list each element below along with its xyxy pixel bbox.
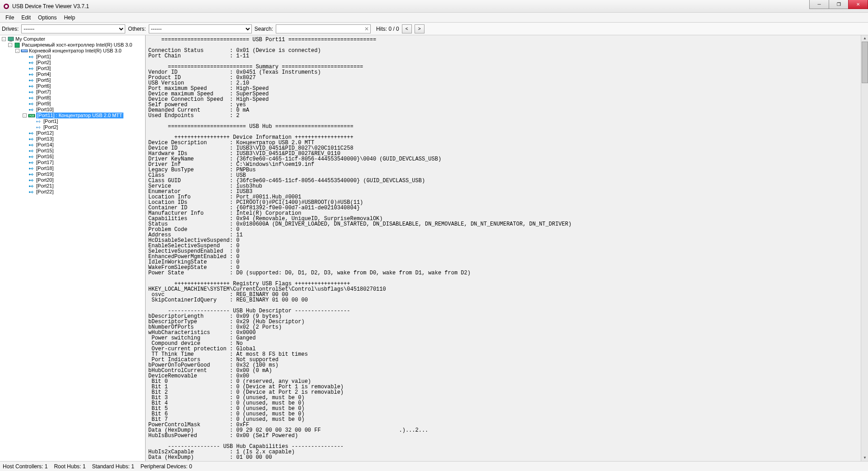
- drives-select[interactable]: ------: [21, 24, 125, 33]
- tree-port[interactable]: [Port10]: [0, 107, 145, 113]
- tree-port[interactable]: [Port22]: [0, 189, 145, 195]
- hub-icon: ROOT: [21, 48, 28, 54]
- tree-port[interactable]: [Port8]: [0, 95, 145, 101]
- app-icon: [3, 3, 10, 10]
- usb-port-icon: [28, 165, 35, 171]
- usb-port-icon: [35, 124, 42, 130]
- usb-port-icon: [28, 136, 35, 142]
- usb-port-icon: [28, 101, 35, 107]
- usb-port-icon: [28, 89, 35, 95]
- prev-hit-button[interactable]: <: [402, 24, 412, 33]
- window-title: USB Device Tree Viewer V3.7.1: [12, 3, 89, 9]
- statusbar: Host Controllers: 1 Root Hubs: 1 Standar…: [0, 461, 868, 471]
- tree-port[interactable]: [Port21]: [0, 183, 145, 189]
- usb-port-icon: [28, 171, 35, 177]
- scroll-down-icon[interactable]: ▼: [861, 455, 868, 461]
- tree-port[interactable]: [Port15]: [0, 148, 145, 154]
- svg-point-1: [5, 5, 8, 8]
- tree-port[interactable]: [Port9]: [0, 101, 145, 107]
- tree-root-hub[interactable]: -ROOTКорневой концентратор Intel(R) USB …: [0, 48, 145, 54]
- usb-port-icon: [28, 148, 35, 154]
- usb-port-icon: [35, 118, 42, 124]
- usb-port-icon: [28, 183, 35, 189]
- main-area: -My Computer -Расширяемый хост-контролле…: [0, 35, 868, 461]
- expand-icon[interactable]: -: [8, 43, 12, 47]
- usb-port-icon: [28, 107, 35, 113]
- tree-port[interactable]: [Port16]: [0, 154, 145, 160]
- svg-text:HUB: HUB: [29, 114, 34, 117]
- tree-port[interactable]: [Port3]: [0, 66, 145, 71]
- svg-rect-4: [15, 43, 19, 47]
- scroll-up-icon[interactable]: ▲: [861, 35, 868, 42]
- usb-port-icon: [28, 83, 35, 89]
- tree-port[interactable]: [Port17]: [0, 160, 145, 165]
- tree-port[interactable]: [Port13]: [0, 136, 145, 142]
- tree-port[interactable]: [Port14]: [0, 142, 145, 148]
- menu-file[interactable]: File: [2, 14, 18, 22]
- search-input[interactable]: [276, 24, 371, 33]
- titlebar: USB Device Tree Viewer V3.7.1 ─ ❐ ✕: [0, 0, 868, 13]
- expand-icon[interactable]: -: [23, 113, 27, 118]
- tree-port[interactable]: [Port7]: [0, 89, 145, 95]
- usb-port-icon: [28, 189, 35, 195]
- scrollbar[interactable]: ▲ ▼: [861, 35, 868, 461]
- hub-icon: HUB: [28, 113, 35, 118]
- scroll-thumb[interactable]: [862, 42, 868, 83]
- clear-search-icon[interactable]: ✕: [363, 25, 371, 33]
- svg-text:ROOT: ROOT: [22, 49, 28, 52]
- tree-root[interactable]: -My Computer: [0, 36, 145, 42]
- tree-port-selected[interactable]: -HUB[Port11] : Концентратор USB 2.0 MTT: [0, 113, 145, 118]
- usb-port-icon: [28, 54, 35, 60]
- maximize-button[interactable]: ❐: [829, 0, 849, 9]
- close-button[interactable]: ✕: [848, 0, 868, 9]
- drives-label: Drives:: [2, 26, 19, 32]
- svg-rect-2: [8, 37, 14, 41]
- minimize-button[interactable]: ─: [809, 0, 829, 9]
- menu-edit[interactable]: Edit: [18, 14, 34, 22]
- details-pane: =========================== USB Port11 =…: [146, 35, 868, 461]
- tree-port[interactable]: [Port1]: [0, 118, 145, 124]
- usb-port-icon: [28, 142, 35, 148]
- usb-port-icon: [28, 71, 35, 77]
- status-root-hubs: Root Hubs: 1: [54, 463, 85, 470]
- usb-port-icon: [28, 77, 35, 83]
- tree-port[interactable]: [Port19]: [0, 171, 145, 177]
- chip-icon: [14, 42, 21, 48]
- status-host-controllers: Host Controllers: 1: [3, 463, 47, 470]
- details-text[interactable]: =========================== USB Port11 =…: [146, 35, 868, 462]
- status-standard-hubs: Standard Hubs: 1: [92, 463, 134, 470]
- expand-icon[interactable]: -: [2, 37, 6, 41]
- usb-port-icon: [28, 160, 35, 165]
- usb-port-icon: [28, 66, 35, 71]
- hits-text: Hits: 0 / 0: [376, 26, 399, 32]
- usb-port-icon: [28, 95, 35, 101]
- menu-help[interactable]: Help: [60, 14, 79, 22]
- usb-port-icon: [28, 177, 35, 183]
- search-label: Search:: [255, 26, 273, 32]
- others-label: Others:: [128, 26, 146, 32]
- others-select[interactable]: ------: [149, 24, 252, 33]
- tree-port[interactable]: [Port6]: [0, 83, 145, 89]
- tree-port[interactable]: [Port12]: [0, 130, 145, 136]
- tree-port[interactable]: [Port2]: [0, 124, 145, 130]
- tree-port[interactable]: [Port2]: [0, 60, 145, 66]
- tree-port[interactable]: [Port5]: [0, 77, 145, 83]
- expand-icon[interactable]: -: [15, 49, 19, 53]
- tree-port[interactable]: [Port4]: [0, 71, 145, 77]
- usb-port-icon: [28, 154, 35, 160]
- device-tree[interactable]: -My Computer -Расширяемый хост-контролле…: [0, 35, 146, 461]
- svg-rect-3: [9, 41, 12, 42]
- tree-port[interactable]: [Port20]: [0, 177, 145, 183]
- tree-port[interactable]: [Port18]: [0, 165, 145, 171]
- next-hit-button[interactable]: >: [415, 24, 425, 33]
- usb-port-icon: [28, 130, 35, 136]
- tree-port[interactable]: [Port1]: [0, 54, 145, 60]
- status-peripheral-devices: Peripheral Devices: 0: [141, 463, 192, 470]
- toolbar: Drives: ------ Others: ------ Search: ✕ …: [0, 23, 868, 35]
- usb-port-icon: [28, 60, 35, 66]
- menu-options[interactable]: Options: [34, 14, 60, 22]
- menubar: File Edit Options Help: [0, 13, 868, 23]
